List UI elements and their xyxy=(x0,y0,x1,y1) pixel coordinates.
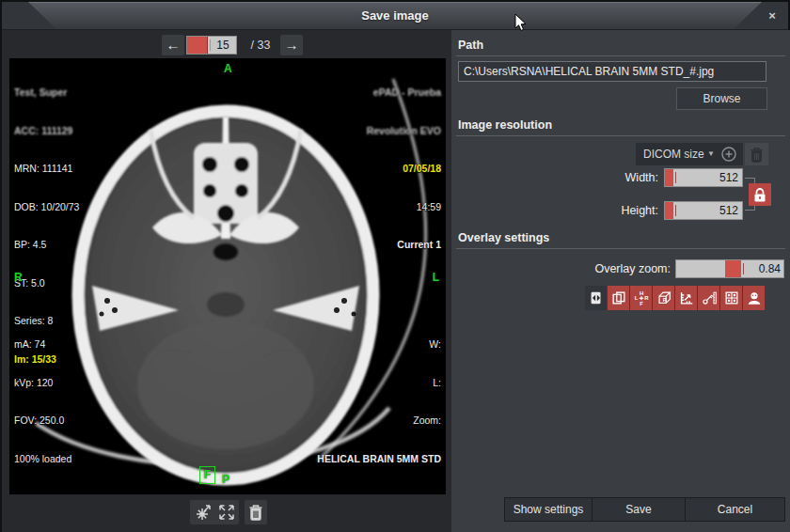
orientation-flip-box: F xyxy=(199,466,215,484)
height-value[interactable]: 512 xyxy=(719,202,738,219)
stacked-frames-icon xyxy=(610,289,627,306)
svg-text:R: R xyxy=(662,297,666,303)
slider-handle[interactable] xyxy=(187,37,208,54)
orientation-marker-anterior: A xyxy=(224,62,232,75)
aspect-ratio-lock-button[interactable] xyxy=(749,183,771,206)
previous-image-button[interactable]: ← xyxy=(162,35,184,55)
section-divider xyxy=(456,135,785,136)
orientation-marker-left: L xyxy=(433,271,439,284)
trash-icon xyxy=(248,504,263,521)
overlay-zoom-value[interactable]: 0.84 xyxy=(759,260,781,277)
save-image-dialog: Save image × ← 15 / 33 → xyxy=(0,0,790,532)
fit-to-view-icon[interactable] xyxy=(218,504,235,521)
slider-tick xyxy=(743,263,744,274)
trash-icon xyxy=(750,147,764,163)
height-slider[interactable]: 512 xyxy=(664,201,743,220)
delete-preset-button[interactable] xyxy=(745,143,768,165)
chevron-down-icon[interactable]: ▼ xyxy=(707,143,715,165)
title-bar: Save image × xyxy=(2,2,788,30)
path-input[interactable] xyxy=(458,61,766,82)
svg-text:F: F xyxy=(640,301,643,306)
resolution-section-title: Image resolution xyxy=(458,118,552,132)
door-arrow-icon xyxy=(588,289,605,306)
ct-image-preview: Test, Super ACC: 111129 MRN: 111141 DOB:… xyxy=(9,58,446,494)
settings-panel: Path Browse Image resolution DICOM size … xyxy=(451,30,790,532)
dialog-title: Save image xyxy=(2,2,788,29)
viewer-column: ← 15 / 33 → xyxy=(2,30,451,532)
overlay-export-toggle-button[interactable] xyxy=(585,286,607,310)
orientation-marker-posterior: P xyxy=(222,473,229,486)
overlay-grid-toggle-button[interactable] xyxy=(720,286,742,310)
overlay-3d-cube-toggle-button[interactable]: R xyxy=(653,286,674,310)
overlay-orientation-letters-toggle-button[interactable]: HLRF xyxy=(630,286,652,310)
orientation-marker-right: R xyxy=(14,271,23,284)
slider-tick xyxy=(675,172,676,183)
delete-image-button[interactable] xyxy=(245,500,267,524)
orientation-letters-icon: HLRF xyxy=(633,289,650,306)
overlay-acquisition-info: mA: 74 kVp: 120 FOV: 250.0 100% loaded xyxy=(14,313,71,491)
slider-handle[interactable] xyxy=(725,260,741,277)
overlay-zoom-label: Overlay zoom: xyxy=(508,259,671,278)
overlay-toggle-toolbar: HLRF R xyxy=(585,286,765,310)
person-icon xyxy=(746,289,763,306)
browse-button[interactable]: Browse xyxy=(676,87,767,110)
overlay-measure-toggle-button[interactable] xyxy=(698,286,719,310)
overlay-window-info: W: L: Zoom: HELICAL BRAIN 5MM STD xyxy=(317,313,441,491)
next-image-button[interactable]: → xyxy=(280,35,303,55)
overlay-study-info: ePAD - Prueba Revolution EVO 07/05/18 14… xyxy=(367,61,441,277)
overlay-zoom-slider[interactable]: 0.84 xyxy=(675,259,784,278)
height-label: Height: xyxy=(564,201,658,220)
image-index-slider[interactable]: 15 xyxy=(186,36,237,55)
slider-handle[interactable] xyxy=(665,169,673,186)
section-divider xyxy=(456,55,785,56)
path-section-title: Path xyxy=(458,39,483,52)
cancel-button[interactable]: Cancel xyxy=(685,497,785,522)
corner-ruler-icon xyxy=(678,289,695,306)
overlay-ruler-toggle-button[interactable] xyxy=(675,286,697,310)
close-button[interactable]: × xyxy=(763,2,782,29)
show-settings-button[interactable]: Show settings xyxy=(504,497,592,522)
save-button[interactable]: Save xyxy=(592,497,686,522)
preset-selected-value[interactable]: DICOM size xyxy=(643,143,704,165)
viewer-tool-group xyxy=(190,500,239,524)
resolution-preset-dropdown[interactable]: DICOM size ▼ xyxy=(636,143,743,165)
width-slider[interactable]: 512 xyxy=(664,168,743,187)
cube-3d-icon: R xyxy=(656,289,672,306)
overlay-section-title: Overlay settings xyxy=(458,231,549,244)
svg-text:H: H xyxy=(639,290,642,296)
overlay-patient-figure-toggle-button[interactable] xyxy=(743,286,765,310)
lock-icon xyxy=(752,186,767,203)
width-label: Width: xyxy=(564,168,658,187)
image-total-label: / 33 xyxy=(243,37,278,54)
section-divider xyxy=(456,248,785,249)
overlay-frames-toggle-button[interactable] xyxy=(608,286,629,310)
key-ruler-icon xyxy=(701,289,718,306)
slider-tick xyxy=(675,205,676,216)
dialog-footer: Show settings Save Cancel xyxy=(505,497,785,522)
add-preset-icon[interactable] xyxy=(720,146,737,163)
image-index-value[interactable]: 15 xyxy=(210,37,236,54)
svg-text:R: R xyxy=(644,295,649,301)
image-navigation: ← 15 / 33 → xyxy=(2,35,451,55)
slider-handle[interactable] xyxy=(665,202,673,219)
grid-cells-icon xyxy=(723,289,740,306)
auto-window-icon[interactable] xyxy=(195,504,212,521)
svg-text:L: L xyxy=(634,295,638,301)
width-value[interactable]: 512 xyxy=(719,169,738,186)
